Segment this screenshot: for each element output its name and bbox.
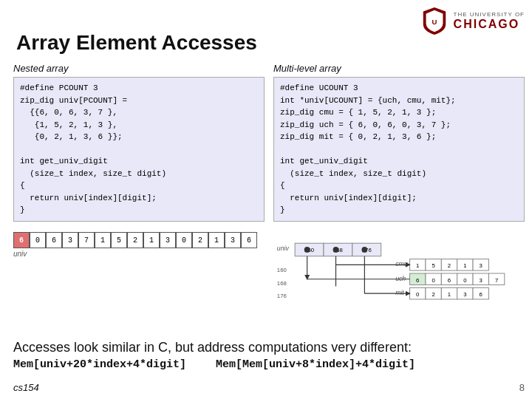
- svg-text:7: 7: [495, 277, 498, 284]
- svg-point-13: [361, 247, 367, 253]
- array-cell-7: 2: [127, 232, 143, 248]
- array-cell-10: 0: [176, 232, 192, 248]
- chicago-label: CHICAGO: [454, 18, 520, 31]
- svg-text:mit: mit: [395, 289, 404, 296]
- footer: cs154 8: [13, 382, 525, 393]
- course-label: cs154: [13, 382, 39, 393]
- pointer-diagram: univ 160 168 176 160 168 176 cmu 1 5 2: [273, 229, 525, 318]
- array-cell-13: 3: [225, 232, 241, 248]
- array-cell-1: 0: [30, 232, 46, 248]
- logo-text: THE UNIVERSITY OF CHICAGO: [454, 11, 525, 31]
- svg-text:6: 6: [416, 277, 419, 284]
- svg-text:6: 6: [448, 277, 451, 284]
- svg-text:2: 2: [432, 291, 434, 298]
- university-label: THE UNIVERSITY OF: [454, 11, 525, 18]
- svg-text:cmu: cmu: [395, 260, 408, 267]
- svg-text:1: 1: [416, 262, 419, 269]
- array-label: univ: [13, 250, 27, 258]
- svg-text:160: 160: [277, 267, 287, 273]
- svg-text:1: 1: [463, 262, 466, 269]
- svg-text:uch: uch: [395, 275, 406, 282]
- shield-icon: U: [421, 6, 448, 35]
- left-diagram: 606371521302136 univ: [13, 229, 265, 321]
- right-col-label: Multi-level array: [273, 63, 525, 74]
- left-col-label: Nested array: [13, 63, 265, 74]
- svg-text:0: 0: [463, 277, 467, 284]
- array-cell-11: 2: [192, 232, 208, 248]
- page-number: 8: [519, 382, 525, 393]
- svg-text:5: 5: [432, 262, 434, 269]
- array-cell-3: 3: [62, 232, 78, 248]
- svg-text:2: 2: [448, 262, 451, 269]
- array-cell-6: 5: [111, 232, 127, 248]
- array-cell-8: 1: [143, 232, 160, 248]
- main-columns: Nested array #define PCOUNT 3 zip_dig un…: [13, 63, 525, 222]
- svg-text:168: 168: [277, 280, 287, 287]
- diagram-area: 606371521302136 univ univ 160 168 176 16…: [13, 229, 525, 321]
- array-cell-0: 6: [13, 232, 30, 248]
- svg-text:0: 0: [416, 291, 420, 298]
- right-code-box: #define UCOUNT 3 int *univ[UCOUNT] = {uc…: [273, 77, 525, 222]
- svg-point-11: [304, 247, 310, 253]
- svg-text:U: U: [432, 18, 437, 26]
- mem-right-code: Mem[Mem[univ+8*index]+4*digit]: [216, 358, 415, 371]
- svg-text:6: 6: [480, 291, 482, 298]
- right-column: Multi-level array #define UCOUNT 3 int *…: [273, 63, 525, 222]
- svg-text:3: 3: [480, 277, 482, 284]
- left-code-box: #define PCOUNT 3 zip_dig univ[PCOUNT] = …: [13, 77, 265, 222]
- mem-left-code: Mem[univ+20*index+4*digit]: [13, 358, 186, 371]
- array-cell-5: 1: [95, 232, 111, 248]
- right-diagram: univ 160 168 176 160 168 176 cmu 1 5 2: [273, 229, 525, 321]
- svg-text:3: 3: [480, 262, 482, 269]
- svg-text:univ: univ: [277, 245, 290, 252]
- mem-line: Mem[univ+20*index+4*digit] Mem[Mem[univ+…: [13, 358, 525, 371]
- array-cells: 606371521302136: [13, 232, 257, 248]
- page-title: Array Element Accesses: [16, 31, 257, 55]
- accesses-line: Accesses look similar in C, but address …: [13, 340, 525, 355]
- svg-text:176: 176: [277, 293, 287, 299]
- array-cell-14: 6: [241, 232, 257, 248]
- svg-text:3: 3: [463, 291, 466, 298]
- array-cell-4: 7: [78, 232, 95, 248]
- header-logo: U THE UNIVERSITY OF CHICAGO: [421, 6, 525, 35]
- svg-point-12: [333, 247, 339, 253]
- left-column: Nested array #define PCOUNT 3 zip_dig un…: [13, 63, 265, 222]
- svg-text:1: 1: [448, 291, 451, 298]
- svg-text:0: 0: [432, 277, 435, 284]
- bottom-text: Accesses look similar in C, but address …: [13, 340, 525, 371]
- array-cell-2: 6: [46, 232, 62, 248]
- array-cell-12: 1: [208, 232, 225, 248]
- array-cell-9: 3: [160, 232, 176, 248]
